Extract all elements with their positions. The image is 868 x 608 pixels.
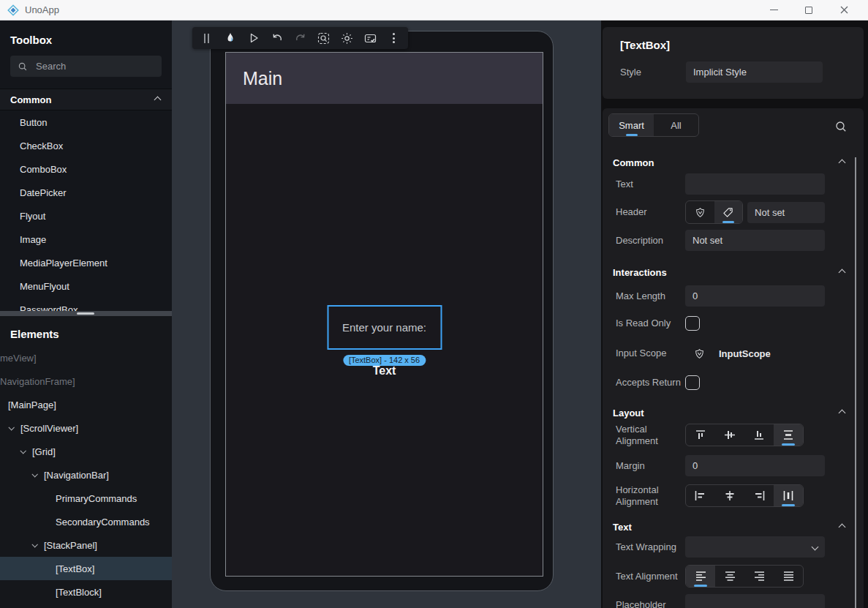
tree-item-stackpanel[interactable]: [StackPanel] [0, 533, 172, 557]
section-header-layout[interactable]: Layout [603, 406, 864, 419]
toolbox-search[interactable] [10, 56, 162, 77]
tag-icon [722, 207, 733, 218]
tab-smart[interactable]: Smart [609, 114, 654, 136]
form-validation-icon[interactable] [363, 30, 377, 46]
binding-mode-button[interactable] [686, 201, 714, 223]
chevron-down-icon[interactable] [6, 426, 16, 430]
tree-item-textblock[interactable]: [TextBlock] [0, 580, 172, 604]
description-input[interactable]: Not set [685, 230, 825, 251]
chevron-down-icon[interactable] [29, 543, 39, 547]
textbox-text: Enter your name: [342, 321, 426, 334]
textalign-justify-button[interactable] [774, 566, 803, 587]
accepts-return-checkbox[interactable] [685, 375, 700, 390]
element-inspect-icon[interactable] [317, 30, 331, 46]
textalign-right-button[interactable] [744, 566, 774, 587]
selected-textbox[interactable]: Enter your name: [327, 305, 442, 350]
margin-input[interactable]: 0 [685, 455, 825, 476]
tree-item-grid[interactable]: [Grid] [0, 440, 172, 463]
close-button[interactable] [836, 3, 852, 18]
halign-stretch-button[interactable] [774, 485, 803, 506]
app-navigation-bar: Main [226, 53, 543, 104]
properties-card: Smart All Common [603, 108, 864, 608]
placeholder-input[interactable] [685, 594, 825, 608]
tree-item-navigationframe[interactable]: NavigationFrame] [0, 369, 172, 393]
search-input[interactable] [34, 60, 144, 72]
toolbar-drag-handle[interactable] [200, 30, 214, 46]
close-icon [840, 6, 848, 14]
toolbox-item-button[interactable]: Button [0, 110, 172, 134]
section-header-common[interactable]: Common [603, 156, 864, 169]
text-alignment-label: Text Alignment [616, 571, 685, 582]
redo-button[interactable] [293, 30, 307, 46]
align-hstretch-icon [782, 490, 795, 501]
section-header-interactions[interactable]: Interactions [603, 266, 864, 279]
style-label: Style [620, 67, 686, 78]
tree-item-frameview[interactable]: meView] [0, 346, 172, 369]
scrollbar-thumb[interactable] [77, 312, 94, 315]
horizontal-alignment-group [685, 484, 804, 507]
play-button[interactable] [246, 30, 260, 46]
text-align-right-icon [753, 571, 766, 582]
style-input[interactable]: Implicit Style [686, 61, 823, 83]
device-screen: Main Enter your name: [TextBox] - 142 x … [225, 52, 543, 577]
toolbox-item-image[interactable]: Image [0, 228, 172, 251]
valign-stretch-button[interactable] [774, 424, 803, 446]
tree-item-navigationbar[interactable]: [NavigationBar] [0, 463, 172, 487]
binding-icon [695, 207, 706, 218]
section-label: Common [10, 94, 51, 105]
is-read-only-checkbox[interactable] [685, 316, 700, 331]
theme-light-icon[interactable] [340, 30, 354, 46]
toolbox-horizontal-scrollbar[interactable] [0, 311, 172, 316]
tree-item-mainpage[interactable]: [MainPage] [0, 393, 172, 416]
properties-search-icon[interactable] [834, 120, 848, 133]
halign-center-button[interactable] [715, 485, 744, 506]
textblock-element[interactable]: Text [373, 364, 396, 378]
tree-item-textbox[interactable]: [TextBox] [0, 557, 172, 580]
selected-element-title: [TextBox] [603, 27, 864, 51]
toolbox-section-common[interactable]: Common [0, 89, 172, 110]
input-scope-value[interactable]: InputScope [719, 348, 771, 359]
halign-right-button[interactable] [744, 485, 774, 506]
chevron-up-icon [839, 269, 846, 276]
literal-mode-button[interactable] [714, 201, 743, 223]
textalign-left-button[interactable] [686, 566, 715, 587]
chevron-down-icon[interactable] [18, 449, 28, 454]
valign-center-button[interactable] [715, 424, 744, 446]
tab-all[interactable]: All [654, 114, 698, 136]
max-length-input[interactable]: 0 [685, 285, 825, 307]
tree-item-secondarycommands[interactable]: SecondaryCommands [0, 510, 172, 533]
minimize-button[interactable] [766, 3, 782, 18]
textalign-center-button[interactable] [715, 566, 744, 587]
properties-scrollbar[interactable] [855, 157, 856, 608]
tree-item-scrollviewer[interactable]: [ScrollViewer] [0, 416, 172, 440]
toolbox-item-checkbox[interactable]: CheckBox [0, 134, 172, 157]
text-wrapping-label: Text Wrapping [616, 541, 685, 553]
halign-left-button[interactable] [686, 485, 715, 506]
design-canvas: Main Enter your name: [TextBox] - 142 x … [172, 20, 601, 608]
toolbox-item-menuflyout[interactable]: MenuFlyout [0, 274, 172, 298]
binding-icon [694, 348, 705, 359]
undo-button[interactable] [270, 30, 284, 46]
text-wrapping-dropdown[interactable] [685, 536, 825, 558]
text-input[interactable] [685, 173, 825, 195]
minimize-icon [770, 10, 778, 10]
align-top-icon [694, 429, 707, 440]
properties-panel: [TextBox] Style Implicit Style Smart All [601, 20, 868, 608]
hot-reload-flame-icon[interactable] [223, 30, 237, 46]
section-header-text[interactable]: Text [603, 520, 864, 533]
maximize-button[interactable] [801, 3, 817, 18]
toolbox-item-combobox[interactable]: ComboBox [0, 157, 172, 181]
valign-bottom-button[interactable] [744, 424, 774, 446]
floating-toolbar [192, 27, 408, 49]
valign-top-button[interactable] [686, 424, 715, 446]
accepts-return-label: Accepts Return [616, 377, 685, 389]
more-options-kebab-icon[interactable] [387, 30, 401, 46]
header-input[interactable]: Not set [747, 202, 825, 223]
chevron-down-icon[interactable] [29, 473, 39, 477]
chevron-down-icon [812, 544, 819, 551]
app-window: UnoApp Toolbox Common Button [0, 0, 868, 608]
tree-item-primarycommands[interactable]: PrimaryCommands [0, 487, 172, 510]
toolbox-item-mediaplayerelement[interactable]: MediaPlayerElement [0, 251, 172, 274]
toolbox-item-datepicker[interactable]: DatePicker [0, 181, 172, 204]
toolbox-item-flyout[interactable]: Flyout [0, 204, 172, 228]
